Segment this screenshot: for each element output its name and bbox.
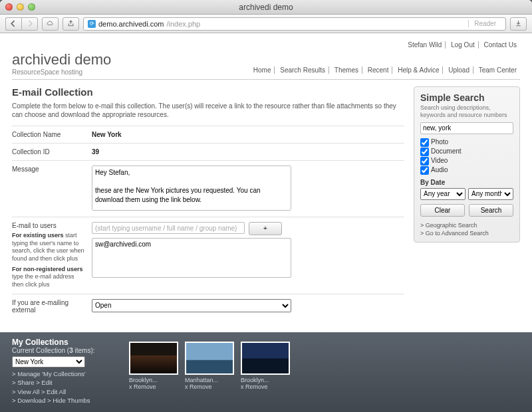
type-photo-checkbox[interactable] — [420, 138, 429, 147]
collection-name-value: New York — [92, 131, 404, 138]
thumb-item: Brooklyn... x Remove — [129, 342, 178, 390]
nav-search-results[interactable]: Search Results — [277, 66, 329, 74]
url-path: /index.php — [166, 20, 200, 28]
url-bar[interactable]: ⟳ demo.archivedi.com/index.php Reader — [83, 17, 506, 31]
nav-upload[interactable]: Upload — [445, 66, 473, 74]
thumb-item: Manhattan... x Remove — [185, 342, 234, 390]
minimize-icon[interactable] — [17, 3, 24, 11]
collection-select[interactable]: New York — [12, 356, 85, 367]
type-audio[interactable]: Audio — [420, 166, 513, 175]
collections-footer: My Collections Current Collection (3 ite… — [0, 332, 532, 412]
collection-id-value: 39 — [92, 148, 404, 155]
thumb-remove-link[interactable]: x Remove — [129, 383, 178, 390]
nav-help[interactable]: Help & Advice — [394, 66, 443, 74]
month-select[interactable]: Any month — [468, 188, 513, 200]
current-collection-label: Current Collection ( — [12, 347, 69, 354]
help-nonreg-text: type the e-mail address then click plus — [12, 273, 74, 288]
thumb-caption: Manhattan... — [185, 377, 234, 383]
share-button[interactable] — [63, 17, 79, 31]
message-textarea[interactable]: Hey Stefan, these are the New York pictu… — [92, 165, 291, 211]
reader-button[interactable]: Reader — [468, 20, 501, 27]
browser-toolbar: ⟳ demo.archivedi.com/index.php Reader — [0, 15, 532, 33]
thumb-image[interactable] — [185, 342, 234, 375]
url-domain: demo.archivedi.com — [98, 20, 164, 28]
type-video[interactable]: Video — [420, 157, 513, 165]
window-titlebar: archivedi demo — [0, 0, 532, 15]
type-audio-checkbox[interactable] — [420, 166, 429, 175]
current-user[interactable]: Stefan Wild — [404, 41, 446, 49]
share-edit-links[interactable]: > Share > Edit — [12, 379, 53, 386]
contact-link[interactable]: Contact Us — [481, 41, 520, 49]
type-video-checkbox[interactable] — [420, 157, 429, 165]
collection-name-label: Collection Name — [12, 131, 92, 138]
manage-collections-link[interactable]: > Manage 'My Collections' — [12, 370, 86, 377]
help-existing-label: For existing users — [12, 232, 64, 239]
advanced-search-link[interactable]: > Go to Advanced Search — [420, 230, 513, 237]
help-nonreg-label: For non-registered users — [12, 266, 83, 272]
search-title: Simple Search — [420, 92, 513, 103]
search-desc: Search using descriptions, keywords and … — [420, 104, 513, 119]
page-intro: Complete the form below to e-mail this c… — [12, 102, 404, 119]
add-user-button[interactable]: + — [249, 222, 282, 235]
type-photo[interactable]: Photo — [420, 138, 513, 147]
thumb-image[interactable] — [241, 342, 290, 375]
my-collections-heading: My Collections — [12, 338, 118, 347]
thumb-caption: Brooklyn... — [129, 377, 178, 383]
thumb-remove-link[interactable]: x Remove — [185, 383, 234, 390]
user-nav: Stefan Wild Log Out Contact Us — [12, 41, 520, 49]
by-date-label: By Date — [420, 179, 513, 186]
simple-search-panel: Simple Search Search using descriptions,… — [414, 86, 520, 243]
user-search-input[interactable]: (start typing username / full name / gro… — [92, 222, 245, 234]
downloads-button[interactable] — [510, 17, 527, 31]
icloud-button[interactable] — [42, 17, 59, 31]
back-button[interactable] — [5, 17, 21, 31]
users-textarea[interactable]: sw@archivedi.com — [92, 238, 291, 278]
maximize-icon[interactable] — [28, 3, 35, 11]
collection-id-label: Collection ID — [12, 148, 92, 155]
search-input[interactable] — [420, 122, 513, 134]
type-document[interactable]: Document — [420, 148, 513, 156]
site-favicon: ⟳ — [88, 20, 96, 28]
search-button[interactable]: Search — [469, 204, 513, 217]
thumb-caption: Brooklyn... — [241, 377, 290, 383]
view-edit-all-links[interactable]: > View All > Edit All — [12, 388, 66, 395]
page-title: E-mail Collection — [12, 86, 404, 98]
nav-themes[interactable]: Themes — [331, 66, 362, 74]
geographic-search-link[interactable]: > Geographic Search — [420, 222, 513, 229]
access-intro-label: If you are e-mailing external — [12, 299, 92, 314]
close-icon[interactable] — [5, 3, 13, 11]
forward-button[interactable] — [21, 17, 38, 31]
window-title: archivedi demo — [0, 3, 532, 12]
email-users-label: E-mail to users — [12, 222, 57, 229]
nav-team-center[interactable]: Team Center — [475, 66, 520, 74]
thumb-image[interactable] — [129, 342, 178, 375]
clear-button[interactable]: Clear — [420, 204, 465, 217]
type-document-checkbox[interactable] — [420, 148, 429, 156]
access-select[interactable]: Open — [92, 299, 291, 312]
thumb-remove-link[interactable]: x Remove — [241, 383, 290, 390]
year-select[interactable]: Any year — [420, 188, 466, 200]
thumb-item: Brooklyn... x Remove — [241, 342, 290, 390]
logout-link[interactable]: Log Out — [448, 41, 479, 49]
message-label: Message — [12, 165, 92, 212]
nav-recent[interactable]: Recent — [364, 66, 393, 74]
nav-home[interactable]: Home — [250, 66, 275, 74]
download-hide-links[interactable]: > Download > Hide Thumbs — [12, 397, 90, 404]
